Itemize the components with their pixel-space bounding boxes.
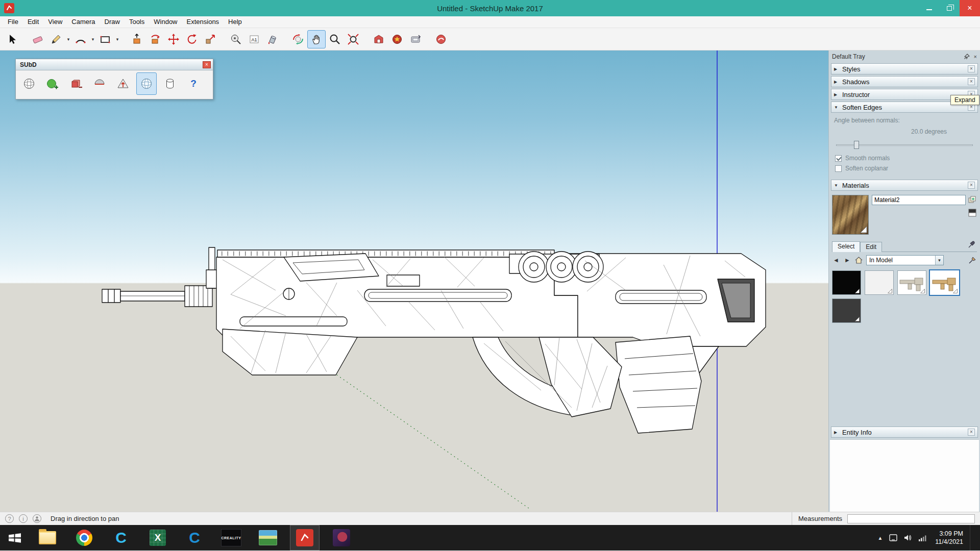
menu-draw[interactable]: Draw: [100, 16, 125, 28]
help-status-icon[interactable]: ?: [5, 514, 14, 523]
add-subdivision-button[interactable]: [42, 72, 63, 95]
back-arrow-button[interactable]: ◄: [832, 257, 840, 264]
chitubox-task[interactable]: C: [180, 525, 209, 550]
pan-tool-button[interactable]: [307, 30, 326, 48]
soft-selection-sphere-icon: [140, 77, 153, 90]
push-pull-tool-button[interactable]: [128, 30, 146, 48]
rotate-tool-button[interactable]: [183, 30, 201, 48]
paint-bucket-tool-button[interactable]: [263, 30, 282, 48]
eyedropper-button[interactable]: [965, 241, 977, 252]
account-status-icon[interactable]: [33, 514, 41, 523]
scale-tool-button[interactable]: [201, 30, 219, 48]
collection-dropdown[interactable]: In Model ▼: [866, 255, 944, 265]
extension-warehouse-button[interactable]: [388, 30, 406, 48]
panel-entity-info[interactable]: ▶ Entity Info ×: [831, 427, 978, 438]
file-explorer-task[interactable]: [33, 525, 62, 550]
swatch-white[interactable]: [865, 270, 894, 295]
subd-close-button[interactable]: ×: [203, 61, 211, 68]
rectangle-tool-button[interactable]: [96, 30, 114, 48]
maximize-button[interactable]: [939, 0, 960, 16]
panel-materials-close-button[interactable]: ×: [968, 182, 975, 189]
soften-coplanar-checkbox[interactable]: [835, 165, 842, 172]
sketchup-task[interactable]: [290, 525, 320, 550]
zoom-extents-button[interactable]: [344, 30, 362, 48]
menu-file[interactable]: File: [3, 16, 23, 28]
subd-titlebar[interactable]: SUbD ×: [16, 59, 213, 70]
panel-shadows[interactable]: ▶ Shadows ×: [831, 76, 978, 87]
menu-extensions[interactable]: Extensions: [182, 16, 224, 28]
orbit-tool-button[interactable]: [289, 30, 307, 48]
forward-arrow-button[interactable]: ►: [843, 257, 851, 264]
info-status-icon[interactable]: i: [19, 514, 28, 523]
start-button[interactable]: [0, 525, 30, 550]
pin-icon[interactable]: [964, 54, 970, 60]
line-tool-button[interactable]: [47, 30, 65, 48]
tab-select[interactable]: Select: [832, 241, 860, 252]
swatch-black[interactable]: [832, 270, 861, 295]
chrome-task[interactable]: [69, 525, 99, 550]
subd-help-button[interactable]: ?: [183, 72, 204, 95]
menu-window[interactable]: Window: [149, 16, 182, 28]
soft-selection-button[interactable]: [136, 72, 157, 95]
crease-tool-button[interactable]: [113, 72, 133, 95]
cura-task[interactable]: C: [106, 525, 136, 550]
photo-thumbnail-task[interactable]: [253, 525, 283, 550]
swatch-rifle-texture-2-selected[interactable]: [930, 270, 959, 295]
tab-edit[interactable]: Edit: [860, 242, 882, 252]
material-name-input[interactable]: [872, 195, 966, 205]
menu-help[interactable]: Help: [224, 16, 247, 28]
tablet-icon[interactable]: [889, 534, 897, 541]
measurements-input[interactable]: [847, 514, 975, 523]
home-button[interactable]: [854, 256, 863, 264]
arc-tool-dropdown[interactable]: ▾: [90, 30, 96, 48]
export-share-button[interactable]: [406, 30, 425, 48]
menu-tools[interactable]: Tools: [125, 16, 149, 28]
photos-task[interactable]: [327, 525, 356, 550]
network-bars-icon[interactable]: [918, 535, 926, 541]
slider-thumb[interactable]: [854, 141, 859, 149]
secondary-pane-toggle-button[interactable]: [968, 208, 977, 217]
taskbar-clock[interactable]: 3:09 PM 11/4/2021: [935, 530, 963, 546]
styles-plugin-button[interactable]: [432, 30, 450, 48]
close-button[interactable]: ×: [960, 0, 980, 16]
panel-materials[interactable]: ▼ Materials ×: [831, 180, 978, 191]
creality-slicer-task[interactable]: CREALITY: [216, 525, 246, 550]
follow-me-tool-button[interactable]: [146, 30, 164, 48]
minimize-button[interactable]: [919, 0, 939, 16]
half-subdivide-button[interactable]: [89, 72, 110, 95]
create-material-button[interactable]: [968, 195, 977, 205]
smooth-normals-checkbox[interactable]: [835, 155, 842, 162]
line-tool-dropdown[interactable]: ▾: [65, 30, 71, 48]
material-preview[interactable]: [832, 195, 869, 235]
text-tool-button[interactable]: A1: [245, 30, 263, 48]
volume-icon[interactable]: [904, 534, 912, 541]
panel-styles[interactable]: ▶ Styles ×: [831, 63, 978, 74]
panel-styles-close-button[interactable]: ×: [968, 65, 975, 72]
select-tool-button[interactable]: [3, 30, 21, 48]
move-tool-button[interactable]: [164, 30, 183, 48]
show-desktop-button[interactable]: [970, 525, 974, 550]
viewport[interactable]: SUbD ×: [0, 51, 828, 512]
excel-task[interactable]: X: [143, 525, 173, 550]
zoom-tool-button[interactable]: [326, 30, 344, 48]
rectangle-tool-dropdown[interactable]: ▾: [114, 30, 120, 48]
swatch-rifle-texture-1[interactable]: [897, 270, 926, 295]
eraser-tool-button[interactable]: [29, 30, 47, 48]
cylinder-primitive-button[interactable]: [160, 72, 180, 95]
menu-edit[interactable]: Edit: [23, 16, 43, 28]
remove-subdivision-button[interactable]: [66, 72, 86, 95]
menu-view[interactable]: View: [43, 16, 67, 28]
menu-camera[interactable]: Camera: [67, 16, 100, 28]
model-canvas[interactable]: [0, 51, 828, 512]
show-hidden-icons-button[interactable]: ▲: [877, 535, 883, 541]
tray-close-icon[interactable]: ×: [974, 54, 977, 60]
panel-entity-close-button[interactable]: ×: [968, 429, 975, 436]
angle-slider[interactable]: [836, 140, 973, 149]
toggle-subdivision-button[interactable]: [19, 72, 39, 95]
swatch-dark-gray[interactable]: [832, 298, 861, 323]
sample-paint-button[interactable]: [968, 256, 977, 265]
tape-measure-tool-button[interactable]: [227, 30, 245, 48]
3d-warehouse-button[interactable]: [370, 30, 388, 48]
arc-tool-button[interactable]: [71, 30, 90, 48]
panel-shadows-close-button[interactable]: ×: [968, 78, 975, 85]
